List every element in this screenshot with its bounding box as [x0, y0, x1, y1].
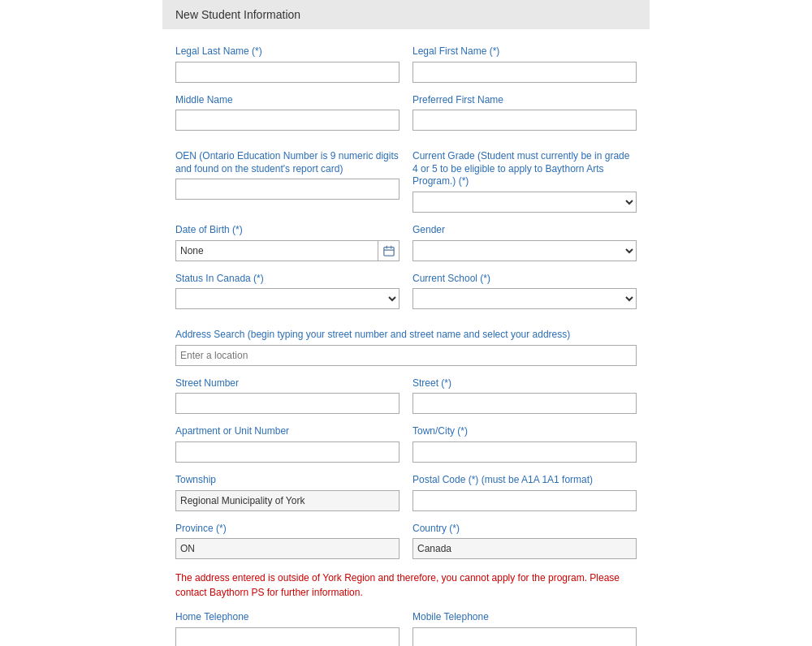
address-error-message: The address entered is outside of York R…: [175, 571, 637, 600]
row-status-school: Status In Canada (*) Canadian Citizen Pe…: [175, 273, 637, 310]
col-province: Province (*): [175, 523, 400, 560]
col-apartment: Apartment or Unit Number: [175, 425, 400, 463]
country-label: Country (*): [412, 523, 637, 536]
town-city-label: Town/City (*): [412, 425, 637, 438]
mobile-telephone-input[interactable]: [412, 627, 637, 646]
oen-input[interactable]: [175, 179, 400, 200]
col-legal-last-name: Legal Last Name (*): [175, 45, 400, 83]
col-street-number: Street Number: [175, 377, 400, 415]
col-street: Street (*): [412, 377, 637, 415]
township-label: Township: [175, 474, 400, 487]
home-telephone-label: Home Telephone: [175, 611, 400, 624]
form-body: Legal Last Name (*) Legal First Name (*)…: [162, 29, 650, 646]
postal-code-input[interactable]: [412, 490, 637, 511]
row-address-search: Address Search (begin typing your street…: [175, 329, 637, 366]
country-input[interactable]: [412, 538, 637, 559]
status-canada-select[interactable]: Canadian Citizen Permanent Resident: [175, 288, 400, 309]
apartment-input[interactable]: [175, 441, 400, 463]
township-input[interactable]: [175, 490, 400, 511]
current-grade-label: Current Grade (Student must currently be…: [412, 150, 637, 188]
address-search-input[interactable]: [175, 345, 637, 366]
legal-first-name-label: Legal First Name (*): [412, 45, 637, 58]
legal-last-name-label: Legal Last Name (*): [175, 45, 400, 58]
middle-name-label: Middle Name: [175, 94, 400, 107]
dob-wrapper: [175, 240, 400, 261]
oen-label: OEN (Ontario Education Number is 9 numer…: [175, 150, 400, 175]
address-search-label: Address Search (begin typing your street…: [175, 329, 637, 342]
current-grade-select[interactable]: Grade 4 Grade 5: [412, 192, 637, 213]
col-status-canada: Status In Canada (*) Canadian Citizen Pe…: [175, 273, 400, 310]
current-school-label: Current School (*): [412, 273, 637, 286]
col-oen: OEN (Ontario Education Number is 9 numer…: [175, 150, 400, 213]
col-mobile-telephone: Mobile Telephone: [412, 611, 637, 646]
postal-code-label: Postal Code (*) (must be A1A 1A1 format): [412, 474, 637, 487]
col-address-search: Address Search (begin typing your street…: [175, 329, 637, 366]
col-current-school: Current School (*): [412, 273, 637, 310]
preferred-first-name-input[interactable]: [412, 110, 637, 131]
province-label: Province (*): [175, 523, 400, 536]
current-school-select[interactable]: [412, 288, 637, 309]
col-gender: Gender Male Female Other: [412, 224, 637, 261]
row-dob-gender: Date of Birth (*) Gender: [175, 224, 637, 261]
mobile-telephone-label: Mobile Telephone: [412, 611, 637, 624]
calendar-icon[interactable]: [378, 240, 400, 261]
dob-label: Date of Birth (*): [175, 224, 400, 237]
row-street-number-street: Street Number Street (*): [175, 377, 637, 415]
row-legal-names: Legal Last Name (*) Legal First Name (*): [175, 45, 637, 83]
gender-label: Gender: [412, 224, 637, 237]
apartment-label: Apartment or Unit Number: [175, 425, 400, 438]
col-current-grade: Current Grade (Student must currently be…: [412, 150, 637, 213]
gender-select[interactable]: Male Female Other: [412, 240, 637, 261]
row-middle-preferred: Middle Name Preferred First Name: [175, 94, 637, 131]
col-postal-code: Postal Code (*) (must be A1A 1A1 format): [412, 474, 637, 511]
street-label: Street (*): [412, 377, 637, 390]
town-city-input[interactable]: [412, 441, 637, 463]
province-input[interactable]: [175, 538, 400, 559]
section-title: New Student Information: [175, 8, 300, 21]
status-canada-label: Status In Canada (*): [175, 273, 400, 286]
row-telephones: Home Telephone Mobile Telephone: [175, 611, 637, 646]
preferred-first-name-label: Preferred First Name: [412, 94, 637, 107]
legal-last-name-input[interactable]: [175, 62, 400, 83]
legal-first-name-input[interactable]: [412, 62, 637, 83]
street-number-label: Street Number: [175, 377, 400, 390]
street-input[interactable]: [412, 393, 637, 414]
col-town-city: Town/City (*): [412, 425, 637, 463]
row-township-postal: Township Postal Code (*) (must be A1A 1A…: [175, 474, 637, 511]
col-home-telephone: Home Telephone: [175, 611, 400, 646]
col-preferred-first-name: Preferred First Name: [412, 94, 637, 131]
svg-rect-0: [383, 247, 393, 256]
street-number-input[interactable]: [175, 393, 400, 414]
row-oen-grade: OEN (Ontario Education Number is 9 numer…: [175, 150, 637, 213]
calendar-svg: [383, 245, 395, 256]
middle-name-input[interactable]: [175, 110, 400, 131]
row-province-country: Province (*) Country (*): [175, 523, 637, 560]
col-legal-first-name: Legal First Name (*): [412, 45, 637, 83]
home-telephone-input[interactable]: [175, 627, 400, 646]
section-header: New Student Information: [162, 0, 650, 29]
col-country: Country (*): [412, 523, 637, 560]
col-township: Township: [175, 474, 400, 511]
page-wrapper: New Student Information Legal Last Name …: [162, 0, 650, 646]
row-apt-town: Apartment or Unit Number Town/City (*): [175, 425, 637, 463]
col-dob: Date of Birth (*): [175, 224, 400, 261]
col-middle-name: Middle Name: [175, 94, 400, 131]
dob-input[interactable]: [175, 240, 378, 261]
